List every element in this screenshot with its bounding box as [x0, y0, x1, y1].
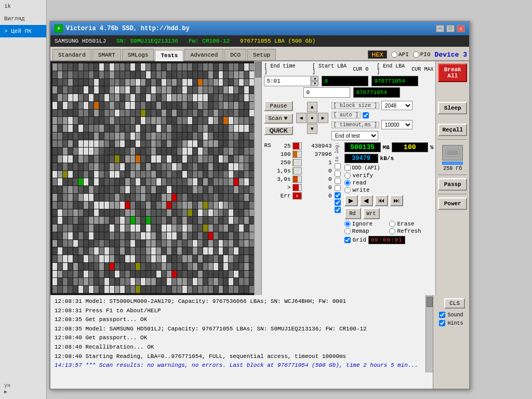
grid-cell [68, 125, 73, 132]
tab-smart[interactable]: SMART [92, 49, 121, 60]
tab-dco[interactable]: DCO [224, 49, 246, 60]
grid-cell [104, 79, 109, 86]
end-time-down[interactable]: ▼ [311, 81, 318, 86]
end-lba-max-input[interactable] [353, 87, 400, 98]
sleep-button[interactable]: Sleep [438, 102, 467, 114]
os-nav-item-view[interactable]: Вигляд [0, 12, 46, 25]
tab-standard[interactable]: Standard [52, 49, 91, 60]
tab-smlogs[interactable]: SMLogs [122, 49, 154, 60]
timeout-select[interactable]: 10000 5000 20000 [381, 120, 413, 129]
ignore-radio[interactable] [344, 221, 351, 227]
grid-cell [104, 148, 109, 155]
log-cb-6[interactable] [335, 200, 341, 206]
log-cb-7[interactable] [335, 207, 341, 213]
end-time-input[interactable] [264, 76, 311, 86]
grid-cell [188, 178, 192, 185]
log-cb-1[interactable] [335, 163, 341, 169]
maximize-button[interactable]: □ [446, 25, 455, 32]
grid-cell [223, 148, 228, 155]
pio-radio[interactable] [413, 51, 419, 58]
grid-cell [84, 278, 88, 285]
grid-cell [156, 247, 161, 255]
grid-cell [58, 247, 62, 255]
grid-scrollbar-thumb[interactable] [255, 62, 261, 77]
grid-cell [58, 278, 62, 285]
rd-button[interactable]: Rd [344, 208, 361, 219]
log-cb-2[interactable] [335, 170, 341, 177]
grid-cell [99, 286, 104, 293]
bar-fill-err: ✕ [293, 193, 301, 199]
block-size-select[interactable]: 2048 512 1024 [381, 101, 413, 110]
auto-checkbox[interactable] [363, 112, 369, 118]
log-cb-3[interactable] [335, 178, 341, 184]
grid-cell [198, 171, 203, 178]
grid-cell [177, 286, 182, 293]
close-button[interactable]: ✕ [457, 25, 465, 32]
passp-button[interactable]: Passp [438, 178, 467, 191]
wrt-button[interactable]: Wrt [363, 208, 380, 219]
minimize-button[interactable]: ─ [436, 25, 444, 32]
os-nav-item-ik[interactable]: ik [0, 0, 46, 12]
recall-button[interactable]: Reçall [438, 124, 467, 136]
hex-button[interactable]: HEX [368, 50, 387, 59]
grid-scrollbar[interactable] [254, 61, 261, 295]
grid-cell [167, 125, 171, 132]
rewind-button[interactable]: ◀ [360, 195, 373, 206]
grid-checkbox[interactable] [344, 237, 351, 243]
nav-up[interactable]: ▲ [307, 102, 317, 112]
sound-checkbox-label: Sound [439, 312, 463, 318]
quick-button[interactable]: QUICK [264, 126, 292, 135]
grid-cell [141, 186, 145, 193]
api-radio[interactable] [391, 51, 397, 58]
log-scrollbar-thumb[interactable] [427, 297, 433, 307]
refresh-radio[interactable] [389, 228, 395, 234]
ddd-api-checkbox[interactable] [344, 165, 351, 171]
nav-down[interactable]: ▼ [307, 124, 317, 134]
grid-cell [58, 186, 62, 193]
log-cb-5[interactable] [335, 192, 341, 198]
grid-cell [208, 117, 213, 124]
grid-cell [193, 217, 197, 224]
end-lba-cur-input[interactable] [371, 76, 418, 86]
power-button[interactable]: Power [438, 197, 467, 210]
hints-checkbox[interactable] [439, 320, 445, 326]
read-radio[interactable] [344, 180, 351, 186]
tab-advanced[interactable]: Advanced [184, 49, 223, 60]
grid-cell [249, 286, 254, 293]
log-cb-4[interactable] [335, 185, 341, 191]
scan-button[interactable]: Scan ▼ [264, 113, 292, 124]
prev-button[interactable]: ⏮ [375, 195, 388, 206]
grid-cell [198, 102, 203, 109]
verify-radio[interactable] [344, 172, 351, 179]
end-of-test-select[interactable]: End of test [331, 131, 378, 140]
log-scrollbar[interactable] [425, 295, 433, 373]
break-all-button[interactable]: BreakAll [438, 63, 467, 82]
write-radio[interactable] [344, 187, 351, 193]
grid-cell [208, 63, 213, 71]
end-time-up[interactable]: ▲ [311, 76, 318, 81]
nav-right[interactable]: ▶ [318, 113, 328, 123]
grid-cell [84, 148, 88, 155]
grid-cell [151, 125, 156, 132]
grid-cell [151, 202, 156, 209]
log-content[interactable]: 12:08:31 Model: ST5000LM000-2AN170; Capa… [50, 295, 425, 373]
sound-checkbox[interactable] [439, 312, 445, 318]
remap-radio[interactable] [344, 228, 351, 234]
header-labels-row: [ End time ] [ Start LBA ] CUR 0 [ End L… [264, 63, 433, 75]
start-lba-field2[interactable] [303, 87, 350, 98]
erase-radio[interactable] [389, 221, 395, 227]
grid-cell [78, 110, 83, 117]
os-nav-item-pc[interactable]: > Цей ПК [0, 25, 46, 37]
next-button[interactable]: ⏭ [390, 195, 403, 206]
pause-button[interactable]: Pause [264, 101, 292, 111]
grid-cell [78, 263, 83, 270]
tab-tests[interactable]: Tests [155, 50, 183, 61]
play-button[interactable]: ▶ [344, 195, 358, 206]
nav-center[interactable]: ● [307, 113, 317, 123]
start-lba-input[interactable] [322, 76, 368, 86]
grid-cell [249, 86, 254, 94]
cls-button[interactable]: CLS [444, 298, 465, 309]
tab-setup[interactable]: Setup [247, 49, 276, 60]
grid-cell [203, 140, 208, 148]
nav-left[interactable]: ◀ [296, 113, 307, 123]
